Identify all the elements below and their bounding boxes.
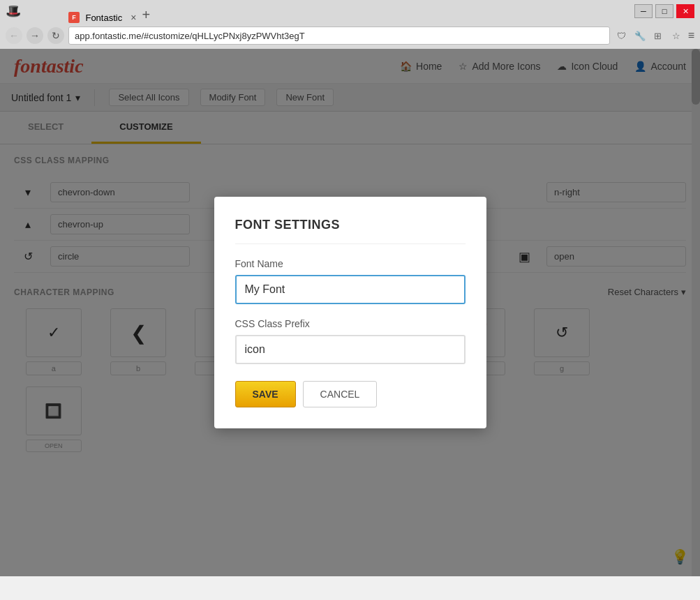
minimize-button[interactable]: ─ [634, 4, 653, 18]
back-button[interactable]: ← [6, 27, 22, 44]
css-prefix-group: CSS Class Prefix [235, 318, 466, 364]
browser-menu-button[interactable]: ≡ [688, 29, 694, 42]
star-icon[interactable]: ☆ [669, 28, 684, 43]
title-bar: 🎩 F Fontastic × + ─ □ ✕ [0, 0, 700, 22]
app-content: fontastic 🏠 Home ☆ Add More Icons ☁ Icon… [0, 49, 700, 576]
browser-favicon: 🎩 [6, 3, 21, 19]
address-bar: ← → ↻ 🛡 🔧 ⊞ ☆ ≡ [0, 22, 700, 49]
new-tab-button[interactable]: + [142, 7, 150, 23]
cancel-button[interactable]: CANCEL [303, 381, 378, 407]
tab-close-button[interactable]: × [131, 12, 136, 23]
css-prefix-label: CSS Class Prefix [235, 318, 466, 329]
grid-icon: ⊞ [650, 28, 666, 43]
forward-button[interactable]: → [27, 27, 43, 44]
tab-favicon: F [68, 12, 80, 23]
save-button[interactable]: SAVE [235, 381, 296, 407]
shield-icon: 🛡 [614, 28, 630, 43]
font-name-group: Font Name [235, 258, 466, 304]
font-name-label: Font Name [235, 258, 466, 269]
window-controls: ─ □ ✕ [634, 4, 694, 18]
modal-overlay: FONT SETTINGS Font Name CSS Class Prefix… [0, 49, 700, 576]
tab-title: Fontastic [85, 13, 122, 23]
font-name-input[interactable] [235, 275, 466, 304]
maximize-button[interactable]: □ [655, 4, 673, 18]
close-button[interactable]: ✕ [676, 4, 694, 18]
css-prefix-input[interactable] [235, 335, 466, 364]
modal-title: FONT SETTINGS [235, 218, 466, 244]
address-input[interactable] [68, 27, 610, 45]
refresh-button[interactable]: ↻ [47, 27, 64, 44]
font-settings-modal: FONT SETTINGS Font Name CSS Class Prefix… [214, 197, 486, 428]
modal-actions: SAVE CANCEL [235, 381, 466, 407]
extension-icon: 🔧 [632, 28, 648, 43]
browser-nav-icons: 🛡 🔧 ⊞ ☆ [614, 28, 684, 43]
